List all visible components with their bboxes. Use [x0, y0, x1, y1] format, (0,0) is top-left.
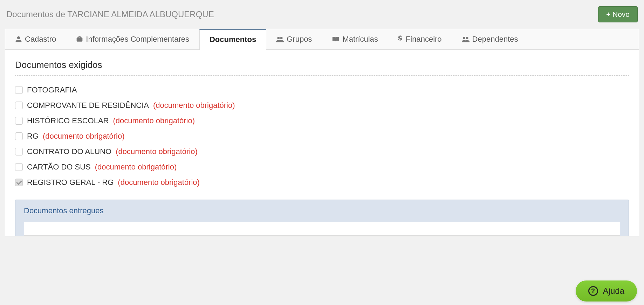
users-icon [276, 36, 284, 43]
document-checkbox[interactable] [15, 163, 23, 171]
document-item: FOTOGRAFIA [15, 85, 629, 95]
tab-label: Dependentes [472, 35, 518, 44]
tab-matriculas[interactable]: Matrículas [322, 29, 388, 49]
document-label: REGISTRO GERAL - RG [27, 178, 114, 187]
new-button-label: Novo [612, 10, 630, 19]
document-checkbox[interactable] [15, 148, 23, 155]
document-label: FOTOGRAFIA [27, 85, 77, 95]
document-checkbox[interactable] [15, 179, 23, 186]
briefcase-icon [76, 36, 83, 43]
required-note: (documento obrigatório) [43, 132, 125, 141]
svg-point-1 [280, 37, 283, 39]
required-note: (documento obrigatório) [116, 147, 198, 156]
tab-label: Matrículas [342, 35, 378, 44]
page-title: Documentos de TARCIANE ALMEIDA ALBUQUERQ… [6, 9, 214, 19]
document-checkbox[interactable] [15, 102, 23, 109]
document-label: COMPROVANTE DE RESIDÊNCIA [27, 101, 149, 110]
tab-label: Informações Complementares [86, 35, 189, 44]
svg-point-3 [466, 37, 468, 39]
document-label: CARTÃO DO SUS [27, 162, 91, 172]
tab-label: Financeiro [406, 35, 442, 44]
svg-point-2 [463, 37, 465, 39]
tab-label: Cadastro [25, 35, 56, 44]
required-note: (documento obrigatório) [113, 116, 195, 125]
tab-label: Documentos [210, 35, 256, 44]
delivered-heading: Documentos entregues [15, 200, 629, 222]
tab-dependentes[interactable]: Dependentes [452, 29, 528, 49]
delivered-body [24, 222, 620, 236]
document-label: RG [27, 132, 39, 141]
document-item: HISTÓRICO ESCOLAR (documento obrigatório… [15, 116, 629, 125]
document-item: CONTRATO DO ALUNO (documento obrigatório… [15, 147, 629, 156]
plus-icon: + [606, 11, 610, 18]
user-icon [15, 36, 22, 43]
tab-cadastro[interactable]: Cadastro [5, 29, 66, 49]
tab-documentos[interactable]: Documentos [199, 29, 266, 50]
tab-label: Grupos [287, 35, 312, 44]
documents-section: Documentos exigidos FOTOGRAFIA COMPROVAN… [5, 50, 639, 187]
document-checkbox[interactable] [15, 132, 23, 140]
required-note: (documento obrigatório) [118, 178, 200, 187]
document-item: COMPROVANTE DE RESIDÊNCIA (documento obr… [15, 101, 629, 110]
required-note: (documento obrigatório) [95, 162, 177, 172]
dollar-icon [398, 35, 403, 43]
book-icon [332, 36, 340, 42]
document-checkbox[interactable] [15, 117, 23, 125]
section-heading: Documentos exigidos [15, 60, 629, 76]
document-list: FOTOGRAFIA COMPROVANTE DE RESIDÊNCIA (do… [15, 85, 629, 187]
main-panel: Cadastro Informações Complementares Docu… [5, 29, 639, 236]
document-item: RG (documento obrigatório) [15, 132, 629, 141]
tab-grupos[interactable]: Grupos [266, 29, 322, 49]
tab-financeiro[interactable]: Financeiro [388, 29, 452, 49]
document-label: CONTRATO DO ALUNO [27, 147, 111, 156]
delivered-panel: Documentos entregues [15, 200, 629, 236]
document-item: REGISTRO GERAL - RG (documento obrigatór… [15, 178, 629, 187]
svg-point-0 [278, 37, 280, 39]
users-icon [462, 36, 470, 43]
document-label: HISTÓRICO ESCOLAR [27, 116, 109, 125]
tab-informacoes-complementares[interactable]: Informações Complementares [66, 29, 199, 49]
new-button[interactable]: + Novo [598, 6, 638, 22]
tabs-bar: Cadastro Informações Complementares Docu… [5, 29, 639, 50]
required-note: (documento obrigatório) [153, 101, 235, 110]
document-item: CARTÃO DO SUS (documento obrigatório) [15, 162, 629, 172]
document-checkbox[interactable] [15, 86, 23, 94]
